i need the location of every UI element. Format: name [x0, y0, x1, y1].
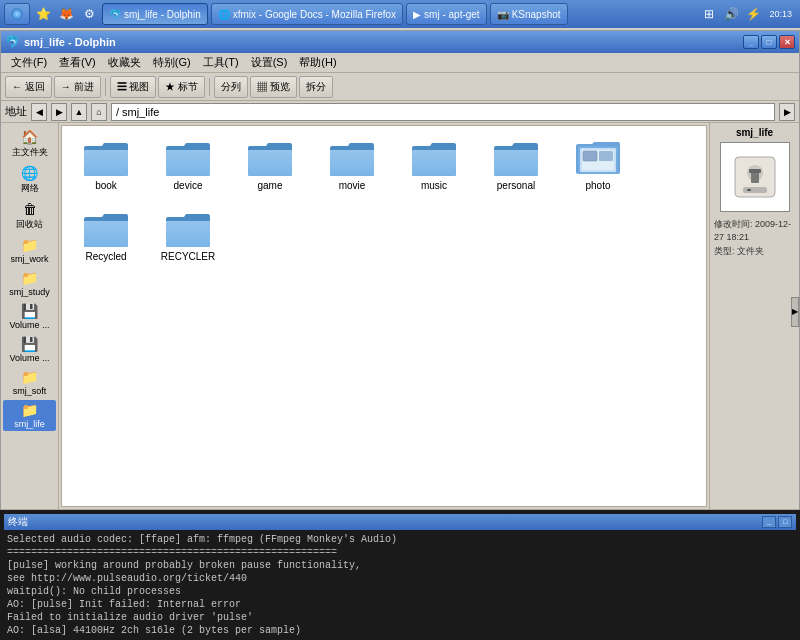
sidebar: 🏠 主文件夹 🌐 网络 🗑 回收站 📁 smj_work 📁 smj_study…: [1, 123, 59, 509]
menu-bookmarks[interactable]: 收藏夹: [102, 53, 147, 72]
taskbar-ksnapshot[interactable]: 📷 KSnapshot: [490, 3, 568, 25]
volume-tray-icon[interactable]: 🔊: [721, 4, 741, 24]
svg-rect-6: [583, 151, 597, 161]
taskbar-dolphin[interactable]: 🐬 smj_life - Dolphin: [102, 3, 208, 25]
terminal-body[interactable]: Selected audio codec: [ffape] afm: ffmpe…: [4, 530, 796, 636]
address-nav-4[interactable]: ⌂: [91, 103, 107, 121]
terminal-line: Selected audio codec: [ffape] afm: ffmpe…: [7, 533, 793, 546]
folder-icon: [574, 138, 622, 178]
taskbar-icon-2[interactable]: 🦊: [56, 4, 76, 24]
window-controls: _ □ ✕: [743, 35, 795, 49]
home-icon: 🏠: [21, 129, 38, 145]
back-button[interactable]: ← 返回: [5, 76, 52, 98]
sidebar-label-smjwork: smj_work: [10, 254, 48, 264]
folder-item-recycler[interactable]: RECYCLER: [152, 205, 224, 266]
info-panel: smj_life 修改时间: 2009-12-27 18:21: [709, 123, 799, 509]
split-button[interactable]: 分列: [214, 76, 248, 98]
sidebar-label-smjstudy: smj_study: [9, 287, 50, 297]
sidebar-item-network[interactable]: 🌐 网络: [3, 163, 56, 197]
folder-item-photo[interactable]: photo: [562, 134, 634, 195]
clock-tray-icon: 20:13: [765, 4, 796, 24]
taskbar-terminal[interactable]: ▶ smj - apt-get: [406, 3, 487, 25]
menu-help[interactable]: 帮助(H): [293, 53, 342, 72]
menu-view[interactable]: 查看(V): [53, 53, 102, 72]
sidebar-item-smjlife[interactable]: 📁 smj_life: [3, 400, 56, 431]
folder-item-personal[interactable]: personal: [480, 134, 552, 195]
network-tray-icon[interactable]: ⊞: [699, 4, 719, 24]
taskbar-firefox[interactable]: 🌐 xfmix - Google Docs - Mozilla Firefox: [211, 3, 403, 25]
trash-icon: 🗑: [23, 201, 37, 217]
folder-item-book[interactable]: book: [70, 134, 142, 195]
sidebar-label-vol2: Volume ...: [9, 353, 49, 363]
sidebar-label-vol1: Volume ...: [9, 320, 49, 330]
folder-icon-smjsoft: 📁: [21, 369, 38, 385]
toolbar: ← 返回 → 前进 ☰ 视图 ★ 标节 分列 ▦ 预览 拆分: [1, 73, 799, 101]
terminal-minimize[interactable]: _: [762, 516, 776, 528]
folder-icon: [410, 138, 458, 178]
file-area: book device: [61, 125, 707, 507]
menubar: 文件(F) 查看(V) 收藏夹 特别(G) 工具(T) 设置(S) 帮助(H): [1, 53, 799, 73]
sidebar-item-home[interactable]: 🏠 主文件夹: [3, 127, 56, 161]
folder-item-recycled[interactable]: Recycled: [70, 205, 142, 266]
terminal-line: Failed to initialize audio driver 'pulse…: [7, 611, 793, 624]
detach-button[interactable]: 拆分: [299, 76, 333, 98]
address-go[interactable]: ▶: [779, 103, 795, 121]
folder-icon: [492, 138, 540, 178]
terminal-icon: ▶: [413, 9, 421, 20]
terminal-maximize[interactable]: □: [778, 516, 792, 528]
folder-icon-smjstudy: 📁: [21, 270, 38, 286]
address-nav-2[interactable]: ▶: [51, 103, 67, 121]
battery-tray-icon[interactable]: ⚡: [743, 4, 763, 24]
forward-button[interactable]: → 前进: [54, 76, 101, 98]
folder-name: game: [257, 180, 282, 191]
terminal-line: ========================================…: [7, 546, 793, 559]
folder-item-movie[interactable]: movie: [316, 134, 388, 195]
svg-rect-8: [599, 151, 613, 161]
folder-icon: [328, 138, 376, 178]
terminal-panel: 终端 _ □ Selected audio codec: [ffape] afm…: [0, 510, 800, 640]
folder-name: personal: [497, 180, 535, 191]
menu-tools[interactable]: 工具(T): [197, 53, 245, 72]
sidebar-item-smjwork[interactable]: 📁 smj_work: [3, 235, 56, 266]
menu-special[interactable]: 特别(G): [147, 53, 197, 72]
sidebar-label-smjsoft: smj_soft: [13, 386, 47, 396]
folder-icon: [246, 138, 294, 178]
menu-file[interactable]: 文件(F): [5, 53, 53, 72]
maximize-button[interactable]: □: [761, 35, 777, 49]
bookmark-button[interactable]: ★ 标节: [158, 76, 205, 98]
address-input[interactable]: [111, 103, 775, 121]
sidebar-item-smjsoft[interactable]: 📁 smj_soft: [3, 367, 56, 398]
view-button[interactable]: ☰ 视图: [110, 76, 157, 98]
minimize-button[interactable]: _: [743, 35, 759, 49]
info-panel-title: smj_life: [714, 127, 795, 138]
sidebar-label-network: 网络: [21, 182, 39, 195]
sidebar-item-vol1[interactable]: 💾 Volume ...: [3, 301, 56, 332]
sidebar-item-trash[interactable]: 🗑 回收站: [3, 199, 56, 233]
folder-item-music[interactable]: music: [398, 134, 470, 195]
start-button[interactable]: [4, 3, 30, 25]
close-button[interactable]: ✕: [779, 35, 795, 49]
usb-icon: [729, 151, 781, 203]
taskbar-icon-1[interactable]: ⭐: [33, 4, 53, 24]
info-scroll-btn[interactable]: ▶: [791, 297, 799, 327]
content-wrapper: 🏠 主文件夹 🌐 网络 🗑 回收站 📁 smj_work 📁 smj_study…: [1, 123, 799, 509]
address-nav-1[interactable]: ◀: [31, 103, 47, 121]
window-title: smj_life - Dolphin: [24, 36, 743, 48]
ksnapshot-icon: 📷: [497, 9, 509, 20]
address-nav-3[interactable]: ▲: [71, 103, 87, 121]
preview-button[interactable]: ▦ 预览: [250, 76, 297, 98]
sidebar-label-trash: 回收站: [16, 218, 43, 231]
folder-icon: [164, 138, 212, 178]
taskbar-icon-3[interactable]: ⚙: [79, 4, 99, 24]
firefox-icon: 🌐: [218, 9, 230, 20]
folder-item-game[interactable]: game: [234, 134, 306, 195]
folder-name: music: [421, 180, 447, 191]
svg-point-2: [15, 12, 19, 16]
sidebar-item-smjstudy[interactable]: 📁 smj_study: [3, 268, 56, 299]
address-bar: 地址 ◀ ▶ ▲ ⌂ ▶: [1, 101, 799, 123]
svg-rect-14: [747, 189, 751, 191]
sidebar-item-vol2[interactable]: 💾 Volume ...: [3, 334, 56, 365]
folder-name: RECYCLER: [161, 251, 215, 262]
menu-settings[interactable]: 设置(S): [245, 53, 294, 72]
folder-item-device[interactable]: device: [152, 134, 224, 195]
